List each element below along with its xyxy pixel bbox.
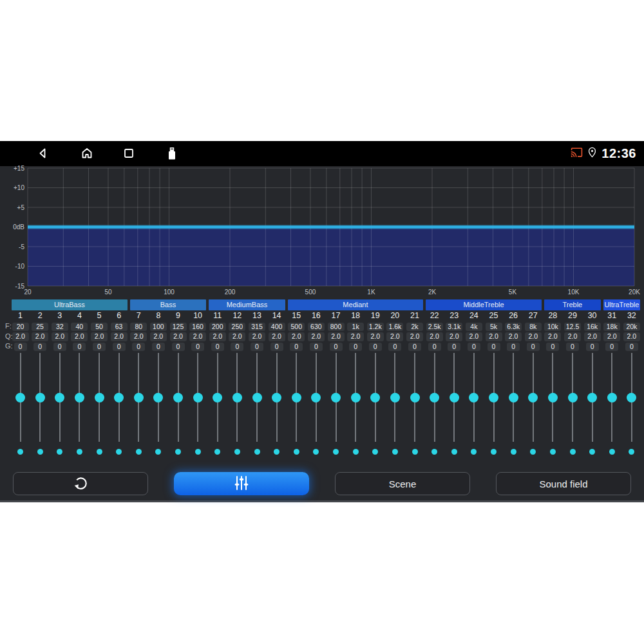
status-time: 12:36 xyxy=(601,146,636,161)
band-gain-value: 0 xyxy=(625,343,638,352)
eq-band-column: 201.6k2.00 xyxy=(385,311,405,351)
band-indicator-dot xyxy=(471,449,477,455)
eq-band-column: 3220k2.00 xyxy=(621,311,641,351)
band-frequency-value: 80 xyxy=(130,323,147,332)
eq-band-column: 2912.52.00 xyxy=(563,311,583,351)
band-group-header: MiddleTreble xyxy=(426,299,542,310)
band-q-value: 2.0 xyxy=(111,332,128,341)
band-indicator-dot xyxy=(116,449,122,455)
home-button[interactable] xyxy=(77,144,97,164)
eq-band-slider xyxy=(346,353,366,457)
band-q-value: 2.0 xyxy=(229,332,245,341)
eq-slider-thumb[interactable] xyxy=(390,393,400,402)
eq-band-slider xyxy=(227,353,247,457)
band-indicator-dot xyxy=(609,449,615,455)
eq-slider-thumb[interactable] xyxy=(15,393,25,402)
eq-band-slider xyxy=(207,353,227,457)
eq-band-slider xyxy=(326,353,346,457)
band-number: 1 xyxy=(18,311,23,321)
eq-slider-thumb[interactable] xyxy=(252,393,262,402)
eq-band-column: 122502.00 xyxy=(227,311,247,351)
eq-slider-thumb[interactable] xyxy=(213,393,222,402)
eq-band-slider xyxy=(385,353,405,457)
reset-button[interactable] xyxy=(13,472,148,495)
eq-slider-thumb[interactable] xyxy=(232,393,242,402)
band-indicator-dot xyxy=(57,449,62,455)
band-frequency-value: 20k xyxy=(623,323,640,332)
scene-button[interactable]: Scene xyxy=(335,472,470,495)
eq-band-slider xyxy=(405,353,425,457)
eq-slider-thumb[interactable] xyxy=(450,393,459,402)
band-group-header: Bass xyxy=(130,299,207,310)
eq-band-column: 6632.00 xyxy=(109,311,129,351)
eq-slider-thumb[interactable] xyxy=(587,393,597,402)
eq-slider-thumb[interactable] xyxy=(509,393,518,402)
band-group-label: Treble xyxy=(562,299,582,310)
eq-slider-thumb[interactable] xyxy=(292,393,301,402)
eq-band-column: 155002.00 xyxy=(287,311,307,351)
sound-field-button[interactable]: Sound field xyxy=(496,472,631,495)
band-gain-value: 0 xyxy=(231,343,243,352)
eq-band-column: 2252.00 xyxy=(30,311,50,351)
eq-slider-thumb[interactable] xyxy=(351,393,361,402)
eq-slider-thumb[interactable] xyxy=(607,393,617,402)
band-indicator-dot xyxy=(412,449,418,455)
eq-band-column: 3016k2.00 xyxy=(582,311,602,351)
band-frequency-value: 18k xyxy=(603,323,620,332)
eq-slider-thumb[interactable] xyxy=(627,393,636,402)
eq-band-slider xyxy=(621,353,641,457)
band-number: 4 xyxy=(77,311,82,321)
eq-slider-thumb[interactable] xyxy=(489,393,498,402)
eq-band-slider xyxy=(444,353,464,457)
band-number: 27 xyxy=(529,311,538,321)
eq-band-column: 233.1k2.00 xyxy=(444,311,464,351)
band-q-value: 2.0 xyxy=(170,332,187,341)
eq-band-slider xyxy=(50,353,70,457)
band-q-value: 2.0 xyxy=(505,332,522,341)
recents-button[interactable] xyxy=(119,144,138,164)
band-number: 7 xyxy=(137,311,141,321)
eq-slider-thumb[interactable] xyxy=(35,393,45,402)
eq-band-column: 91252.00 xyxy=(168,311,188,351)
eq-slider-thumb[interactable] xyxy=(370,393,380,402)
band-number: 20 xyxy=(390,311,399,321)
equalizer-button[interactable] xyxy=(174,472,309,495)
eq-slider-thumb[interactable] xyxy=(568,393,578,402)
band-frequency-value: 63 xyxy=(111,323,128,332)
band-number: 14 xyxy=(272,311,281,321)
eq-slider-thumb[interactable] xyxy=(331,393,341,402)
eq-band-column: 166302.00 xyxy=(306,311,326,351)
band-frequency-value: 5k xyxy=(486,323,502,332)
eq-slider-thumb[interactable] xyxy=(153,393,163,402)
band-indicator-dot xyxy=(17,449,23,455)
eq-slider-thumb[interactable] xyxy=(173,393,183,402)
eq-slider-thumb[interactable] xyxy=(469,393,478,402)
eq-slider-thumb[interactable] xyxy=(95,393,104,402)
eq-band-slider xyxy=(148,353,168,457)
eq-band-slider xyxy=(523,353,543,457)
band-indicator-dot xyxy=(629,449,634,455)
eq-slider-thumb[interactable] xyxy=(548,393,558,402)
back-button[interactable] xyxy=(33,144,53,164)
eq-slider-thumb[interactable] xyxy=(193,393,203,402)
equalizer-icon xyxy=(232,474,251,494)
band-gain-value: 0 xyxy=(113,343,126,352)
band-gain-value: 0 xyxy=(527,343,540,352)
eq-slider-thumb[interactable] xyxy=(114,393,124,402)
eq-band-slider xyxy=(504,353,524,457)
usb-button[interactable] xyxy=(162,144,182,164)
band-number: 10 xyxy=(193,311,202,321)
band-frequency-value: 1k xyxy=(347,323,364,332)
eq-slider-thumb[interactable] xyxy=(134,393,144,402)
eq-slider-thumb[interactable] xyxy=(311,393,321,402)
eq-slider-thumb[interactable] xyxy=(430,393,439,402)
eq-slider-thumb[interactable] xyxy=(75,393,84,402)
eq-slider-thumb[interactable] xyxy=(528,393,538,402)
eq-slider-thumb[interactable] xyxy=(410,393,420,402)
eq-slider-thumb[interactable] xyxy=(55,393,64,402)
band-q-value: 2.0 xyxy=(209,332,226,341)
y-axis-tick-label: 0dB xyxy=(13,223,24,231)
eq-band-column: 4402.00 xyxy=(70,311,90,351)
eq-slider-thumb[interactable] xyxy=(272,393,281,402)
band-indicator-dot xyxy=(550,449,556,455)
